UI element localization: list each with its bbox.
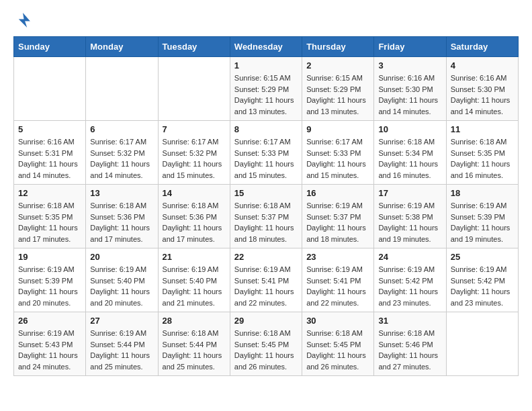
calendar-cell: 26Sunrise: 6:19 AM Sunset: 5:43 PM Dayli… (14, 312, 86, 376)
calendar-week-5: 26Sunrise: 6:19 AM Sunset: 5:43 PM Dayli… (14, 312, 519, 376)
day-info: Sunrise: 6:19 AM Sunset: 5:38 PM Dayligh… (378, 200, 441, 244)
logo-icon (13, 11, 32, 30)
calendar-cell: 15Sunrise: 6:18 AM Sunset: 5:37 PM Dayli… (230, 185, 302, 248)
calendar-table: SundayMondayTuesdayWednesdayThursdayFrid… (13, 36, 519, 376)
calendar-cell: 3Sunrise: 6:16 AM Sunset: 5:30 PM Daylig… (374, 57, 446, 121)
day-number: 31 (378, 316, 441, 326)
day-number: 12 (18, 188, 81, 198)
day-info: Sunrise: 6:18 AM Sunset: 5:44 PM Dayligh… (163, 328, 226, 372)
calendar-cell: 12Sunrise: 6:18 AM Sunset: 5:35 PM Dayli… (14, 185, 86, 248)
calendar-cell: 22Sunrise: 6:19 AM Sunset: 5:41 PM Dayli… (230, 248, 302, 312)
day-number: 13 (90, 188, 153, 198)
day-info: Sunrise: 6:18 AM Sunset: 5:36 PM Dayligh… (163, 200, 226, 244)
day-number: 17 (378, 188, 441, 198)
calendar-cell: 30Sunrise: 6:18 AM Sunset: 5:45 PM Dayli… (302, 312, 374, 376)
calendar-cell: 4Sunrise: 6:16 AM Sunset: 5:30 PM Daylig… (446, 57, 518, 121)
day-info: Sunrise: 6:19 AM Sunset: 5:41 PM Dayligh… (234, 264, 298, 308)
day-info: Sunrise: 6:18 AM Sunset: 5:45 PM Dayligh… (234, 328, 298, 372)
day-info: Sunrise: 6:18 AM Sunset: 5:45 PM Dayligh… (306, 328, 369, 372)
day-info: Sunrise: 6:19 AM Sunset: 5:41 PM Dayligh… (306, 264, 369, 308)
day-number: 24 (378, 252, 441, 262)
day-info: Sunrise: 6:19 AM Sunset: 5:40 PM Dayligh… (163, 264, 226, 308)
calendar-cell: 20Sunrise: 6:19 AM Sunset: 5:40 PM Dayli… (86, 248, 158, 312)
day-info: Sunrise: 6:19 AM Sunset: 5:43 PM Dayligh… (18, 328, 81, 372)
calendar-cell: 21Sunrise: 6:19 AM Sunset: 5:40 PM Dayli… (158, 248, 230, 312)
weekday-header-tuesday: Tuesday (158, 37, 230, 57)
calendar-cell: 11Sunrise: 6:18 AM Sunset: 5:35 PM Dayli… (446, 121, 518, 185)
day-number: 8 (234, 124, 298, 134)
day-number: 29 (234, 316, 298, 326)
day-number: 25 (451, 252, 514, 262)
day-number: 15 (234, 188, 298, 198)
calendar-cell: 5Sunrise: 6:16 AM Sunset: 5:31 PM Daylig… (14, 121, 86, 185)
svg-marker-1 (19, 13, 30, 28)
calendar-cell (86, 57, 158, 121)
calendar-week-1: 1Sunrise: 6:15 AM Sunset: 5:29 PM Daylig… (14, 57, 519, 121)
calendar-cell: 16Sunrise: 6:19 AM Sunset: 5:37 PM Dayli… (302, 185, 374, 248)
calendar-cell: 8Sunrise: 6:17 AM Sunset: 5:33 PM Daylig… (230, 121, 302, 185)
day-number: 11 (451, 124, 514, 134)
day-info: Sunrise: 6:19 AM Sunset: 5:37 PM Dayligh… (306, 200, 369, 244)
calendar-cell: 27Sunrise: 6:19 AM Sunset: 5:44 PM Dayli… (86, 312, 158, 376)
day-info: Sunrise: 6:18 AM Sunset: 5:34 PM Dayligh… (378, 136, 441, 181)
calendar-cell: 1Sunrise: 6:15 AM Sunset: 5:29 PM Daylig… (230, 57, 302, 121)
weekday-header-friday: Friday (374, 37, 446, 57)
day-info: Sunrise: 6:19 AM Sunset: 5:42 PM Dayligh… (378, 264, 441, 308)
calendar-cell: 29Sunrise: 6:18 AM Sunset: 5:45 PM Dayli… (230, 312, 302, 376)
calendar-cell: 10Sunrise: 6:18 AM Sunset: 5:34 PM Dayli… (374, 121, 446, 185)
day-info: Sunrise: 6:18 AM Sunset: 5:46 PM Dayligh… (378, 328, 441, 372)
calendar-cell (446, 312, 518, 376)
day-number: 16 (306, 188, 369, 198)
calendar-cell: 17Sunrise: 6:19 AM Sunset: 5:38 PM Dayli… (374, 185, 446, 248)
day-number: 28 (163, 316, 226, 326)
weekday-header-thursday: Thursday (302, 37, 374, 57)
day-number: 26 (18, 316, 81, 326)
logo (13, 11, 36, 30)
calendar-cell: 9Sunrise: 6:17 AM Sunset: 5:33 PM Daylig… (302, 121, 374, 185)
day-number: 14 (163, 188, 226, 198)
day-info: Sunrise: 6:16 AM Sunset: 5:31 PM Dayligh… (18, 136, 81, 181)
weekday-header-row: SundayMondayTuesdayWednesdayThursdayFrid… (14, 37, 519, 57)
day-number: 3 (378, 60, 441, 71)
calendar-cell: 13Sunrise: 6:18 AM Sunset: 5:36 PM Dayli… (86, 185, 158, 248)
day-number: 23 (306, 252, 369, 262)
calendar-cell (14, 57, 86, 121)
day-info: Sunrise: 6:17 AM Sunset: 5:33 PM Dayligh… (234, 136, 298, 181)
day-number: 27 (90, 316, 153, 326)
calendar-cell (158, 57, 230, 121)
calendar-week-3: 12Sunrise: 6:18 AM Sunset: 5:35 PM Dayli… (14, 185, 519, 248)
page-header (13, 11, 519, 30)
weekday-header-saturday: Saturday (446, 37, 518, 57)
day-number: 1 (234, 60, 298, 71)
day-info: Sunrise: 6:19 AM Sunset: 5:40 PM Dayligh… (90, 264, 153, 308)
day-info: Sunrise: 6:18 AM Sunset: 5:35 PM Dayligh… (451, 136, 514, 181)
day-info: Sunrise: 6:18 AM Sunset: 5:36 PM Dayligh… (90, 200, 153, 244)
day-info: Sunrise: 6:16 AM Sunset: 5:30 PM Dayligh… (451, 73, 514, 117)
day-number: 21 (163, 252, 226, 262)
weekday-header-wednesday: Wednesday (230, 37, 302, 57)
day-number: 22 (234, 252, 298, 262)
calendar-cell: 6Sunrise: 6:17 AM Sunset: 5:32 PM Daylig… (86, 121, 158, 185)
day-number: 6 (90, 124, 153, 134)
day-number: 30 (306, 316, 369, 326)
calendar-cell: 24Sunrise: 6:19 AM Sunset: 5:42 PM Dayli… (374, 248, 446, 312)
day-info: Sunrise: 6:17 AM Sunset: 5:32 PM Dayligh… (163, 136, 226, 181)
day-info: Sunrise: 6:17 AM Sunset: 5:33 PM Dayligh… (306, 136, 369, 181)
calendar-week-2: 5Sunrise: 6:16 AM Sunset: 5:31 PM Daylig… (14, 121, 519, 185)
day-info: Sunrise: 6:16 AM Sunset: 5:30 PM Dayligh… (378, 73, 441, 117)
day-info: Sunrise: 6:17 AM Sunset: 5:32 PM Dayligh… (90, 136, 153, 181)
calendar-cell: 25Sunrise: 6:19 AM Sunset: 5:42 PM Dayli… (446, 248, 518, 312)
day-info: Sunrise: 6:19 AM Sunset: 5:42 PM Dayligh… (451, 264, 514, 308)
day-info: Sunrise: 6:18 AM Sunset: 5:37 PM Dayligh… (234, 200, 298, 244)
day-info: Sunrise: 6:19 AM Sunset: 5:39 PM Dayligh… (451, 200, 514, 244)
day-number: 2 (306, 60, 369, 71)
day-info: Sunrise: 6:15 AM Sunset: 5:29 PM Dayligh… (234, 73, 298, 117)
day-info: Sunrise: 6:19 AM Sunset: 5:39 PM Dayligh… (18, 264, 81, 308)
calendar-cell: 14Sunrise: 6:18 AM Sunset: 5:36 PM Dayli… (158, 185, 230, 248)
day-number: 7 (163, 124, 226, 134)
day-number: 19 (18, 252, 81, 262)
calendar-cell: 19Sunrise: 6:19 AM Sunset: 5:39 PM Dayli… (14, 248, 86, 312)
weekday-header-sunday: Sunday (14, 37, 86, 57)
day-number: 18 (451, 188, 514, 198)
day-number: 9 (306, 124, 369, 134)
